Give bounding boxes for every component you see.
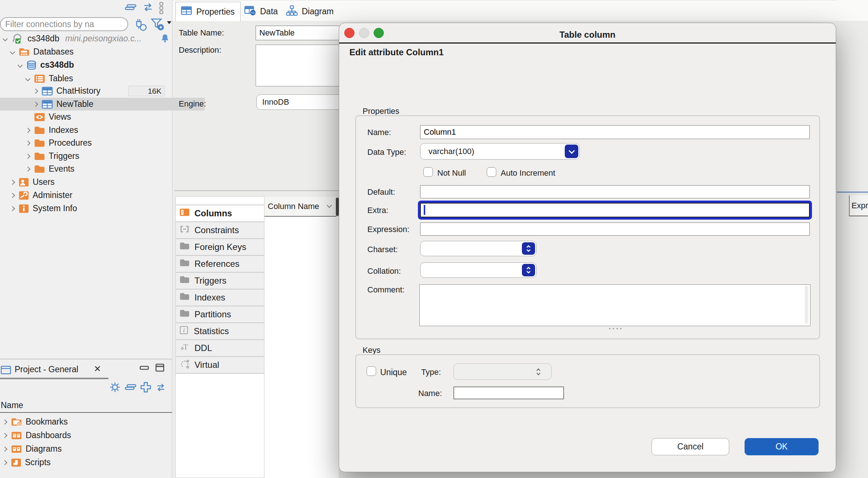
close-icon[interactable]: ✕ bbox=[94, 364, 101, 374]
resize-handle-dots[interactable] bbox=[609, 328, 622, 329]
chevron-right-icon[interactable] bbox=[2, 419, 7, 424]
section-partitions[interactable]: Partitions bbox=[175, 306, 264, 323]
chevron-right-icon[interactable] bbox=[25, 127, 30, 132]
chevron-right-icon[interactable] bbox=[25, 166, 30, 171]
tree-item-users[interactable]: Users bbox=[0, 176, 182, 188]
chevron-right-icon[interactable] bbox=[33, 88, 38, 93]
tree-item-database-cs348db[interactable]: cs348db bbox=[0, 59, 189, 71]
section-columns[interactable]: Columns bbox=[175, 205, 264, 222]
comment-textarea[interactable] bbox=[419, 284, 810, 326]
section-label: References bbox=[194, 259, 240, 269]
chevron-down-icon[interactable] bbox=[18, 62, 23, 67]
tree-item-system-info[interactable]: System Info bbox=[0, 202, 182, 215]
section-triggers[interactable]: Triggers bbox=[175, 272, 264, 289]
tree-item-events[interactable]: Events bbox=[0, 163, 197, 175]
tab-diagram[interactable]: Diagram bbox=[286, 2, 334, 21]
default-input[interactable] bbox=[420, 185, 810, 198]
tree-item-chathistory[interactable]: ChatHistory 16K bbox=[0, 85, 205, 97]
table-icon bbox=[42, 100, 53, 109]
charset-select[interactable] bbox=[420, 241, 537, 256]
chevron-right-icon[interactable] bbox=[33, 101, 38, 107]
project-tab-label[interactable]: Project - General bbox=[15, 365, 78, 374]
chevron-down-icon[interactable] bbox=[25, 76, 30, 81]
sync-arrows-icon[interactable] bbox=[155, 382, 167, 395]
add-icon[interactable] bbox=[140, 381, 152, 395]
tree-item-label: Events bbox=[49, 164, 74, 174]
tree-item-procedures[interactable]: Procedures bbox=[0, 137, 197, 149]
comment-scrollbar[interactable] bbox=[805, 286, 808, 324]
folder-icon bbox=[179, 309, 190, 320]
section-statistics[interactable]: i Statistics bbox=[175, 323, 264, 340]
gear-icon[interactable] bbox=[109, 381, 121, 395]
user-icon bbox=[19, 178, 29, 187]
tree-item-administer[interactable]: Administer bbox=[0, 189, 182, 202]
chevron-right-icon[interactable] bbox=[2, 446, 7, 451]
chevron-right-icon[interactable] bbox=[10, 206, 15, 211]
section-virtual[interactable]: Virtual bbox=[175, 356, 264, 373]
collation-select[interactable] bbox=[420, 262, 537, 278]
auto-increment-checkbox[interactable] bbox=[487, 167, 496, 177]
maximize-panel-icon[interactable] bbox=[155, 363, 165, 374]
tree-item-newtable[interactable]: NewTable bbox=[0, 98, 205, 111]
tree-item-views[interactable]: Views bbox=[0, 111, 197, 123]
collapse-panels-icon[interactable] bbox=[125, 4, 137, 13]
project-item-scripts[interactable]: Scripts bbox=[0, 456, 174, 469]
engine-select[interactable]: InnoDB bbox=[256, 94, 344, 110]
funnel-dropdown-caret[interactable] bbox=[167, 21, 171, 24]
tables-icon bbox=[34, 74, 45, 83]
filter-connections-input[interactable] bbox=[0, 17, 128, 31]
project-item-label: Dashboards bbox=[26, 430, 71, 440]
data-type-select[interactable]: varchar(100) bbox=[420, 143, 580, 160]
tab-data[interactable]: <> Data bbox=[244, 2, 278, 21]
chevron-right-icon[interactable] bbox=[2, 460, 7, 465]
tree-item-triggers[interactable]: Triggers bbox=[0, 150, 197, 163]
collapse-panels-icon[interactable] bbox=[125, 384, 137, 393]
ok-button[interactable]: OK bbox=[745, 438, 819, 455]
description-textarea[interactable] bbox=[256, 45, 344, 86]
chevron-down-icon[interactable] bbox=[3, 36, 8, 41]
project-item-diagrams[interactable]: Diagrams bbox=[0, 442, 174, 456]
table-name-input[interactable] bbox=[256, 26, 344, 40]
sync-arrows-icon[interactable] bbox=[141, 1, 155, 15]
chevron-right-icon[interactable] bbox=[10, 193, 15, 198]
bell-icon[interactable] bbox=[160, 33, 170, 45]
tree-item-tables[interactable]: Tables bbox=[0, 72, 197, 85]
section-references[interactable]: References bbox=[175, 255, 264, 272]
section-indexes[interactable]: Indexes bbox=[175, 289, 264, 306]
minimize-panel-icon[interactable] bbox=[140, 365, 149, 372]
window-icon bbox=[1, 365, 11, 376]
chevron-right-icon[interactable] bbox=[25, 153, 30, 158]
chevron-right-icon[interactable] bbox=[10, 179, 15, 184]
expression-input[interactable] bbox=[420, 223, 810, 236]
tree-item-databases[interactable]: Databases bbox=[0, 45, 182, 58]
unique-checkbox[interactable] bbox=[367, 366, 376, 376]
grid-column-name-header[interactable]: Column Name bbox=[264, 197, 336, 217]
chevron-right-icon[interactable] bbox=[25, 140, 30, 145]
tree-item-connection[interactable]: cs348db mini.peisongxiao.c... bbox=[0, 32, 174, 45]
key-name-label: Name: bbox=[418, 389, 442, 398]
extra-input[interactable] bbox=[420, 203, 810, 217]
more-options-icon[interactable] bbox=[159, 1, 164, 16]
chevron-right-icon[interactable] bbox=[2, 433, 7, 438]
section-constraints[interactable]: Constraints bbox=[175, 222, 264, 239]
collation-stepper-button[interactable] bbox=[522, 264, 535, 276]
not-null-checkbox[interactable] bbox=[423, 167, 433, 177]
key-name-input[interactable] bbox=[453, 386, 564, 399]
tree-item-indexes[interactable]: Indexes bbox=[0, 124, 197, 137]
charset-stepper-button[interactable] bbox=[522, 242, 535, 255]
project-item-bookmarks[interactable]: Bookmarks bbox=[0, 415, 174, 429]
section-ddl[interactable]: T DDL bbox=[175, 340, 264, 356]
grid-expression-header-partial[interactable]: Expr bbox=[849, 195, 868, 216]
cancel-button[interactable]: Cancel bbox=[652, 438, 729, 455]
plug-icon[interactable] bbox=[133, 18, 148, 33]
section-foreign-keys[interactable]: Foreign Keys bbox=[175, 239, 264, 255]
tab-properties[interactable]: Properties bbox=[175, 2, 241, 21]
name-input[interactable] bbox=[420, 125, 810, 139]
chevron-down-icon[interactable] bbox=[10, 49, 15, 54]
chevron-down-icon[interactable] bbox=[327, 203, 332, 208]
grid-scrollbar[interactable] bbox=[336, 198, 339, 216]
data-type-dropdown-button[interactable] bbox=[565, 145, 578, 158]
project-item-dashboards[interactable]: Dashboards bbox=[0, 429, 174, 442]
name-column-header[interactable]: Name bbox=[1, 400, 23, 410]
funnel-icon[interactable] bbox=[150, 18, 166, 33]
